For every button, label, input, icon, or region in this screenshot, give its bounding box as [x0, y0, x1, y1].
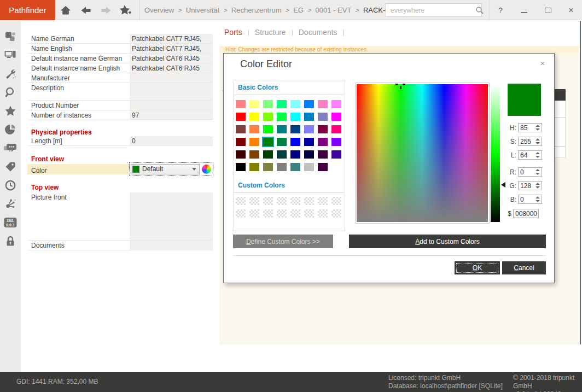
custom-color-slot[interactable]: [290, 209, 300, 218]
basic-color-swatch[interactable]: [277, 125, 287, 133]
search-nav-icon[interactable]: [0, 83, 21, 102]
custom-color-slot[interactable]: [304, 197, 314, 205]
cancel-button[interactable]: Cancel: [502, 261, 546, 274]
basic-color-swatch[interactable]: [304, 150, 314, 159]
ip-addresses-icon[interactable]: 192.0.0.1: [0, 213, 21, 232]
basic-color-swatch[interactable]: [331, 100, 341, 108]
field-value[interactable]: Patchkabel CAT7 RJ45, grün: [130, 44, 213, 53]
add-to-custom-colors-button[interactable]: Add to Custom Colors: [349, 235, 546, 248]
home-icon[interactable]: [58, 3, 73, 17]
color-wheel-icon[interactable]: [202, 165, 211, 174]
basic-color-swatch[interactable]: [236, 150, 246, 159]
color-row[interactable]: Color Default: [27, 163, 213, 175]
basic-color-swatch[interactable]: [318, 125, 328, 133]
network-icon[interactable]: [0, 195, 21, 213]
basic-color-swatch[interactable]: [236, 125, 246, 133]
basic-color-swatch[interactable]: [236, 113, 246, 121]
basic-color-swatch[interactable]: [277, 113, 287, 121]
basic-color-swatch[interactable]: [236, 163, 246, 171]
basic-color-swatch[interactable]: [304, 163, 314, 171]
back-arrow-icon[interactable]: [78, 3, 94, 17]
basic-color-swatch[interactable]: [277, 163, 287, 171]
hex-input[interactable]: 008000: [513, 209, 539, 218]
form-row[interactable]: Picture front: [27, 192, 213, 241]
basic-color-swatch[interactable]: [249, 150, 259, 159]
tools-icon[interactable]: [0, 65, 21, 83]
breadcrumb-item[interactable]: EG: [293, 6, 304, 14]
topology-icon[interactable]: [0, 27, 21, 46]
spin-down-icon[interactable]: [536, 128, 540, 131]
basic-color-swatch[interactable]: [331, 163, 341, 171]
custom-color-slot[interactable]: [263, 197, 273, 205]
form-row[interactable]: Name GermanPatchkabel CAT7 RJ45, grün: [27, 34, 213, 44]
saturation-spinbox[interactable]: 255: [518, 137, 542, 146]
custom-color-slot[interactable]: [304, 209, 314, 218]
search-icon[interactable]: [475, 6, 487, 15]
form-row[interactable]: Number of instances97: [27, 110, 213, 120]
color-dropdown[interactable]: Default: [131, 164, 200, 174]
spin-down-icon[interactable]: [536, 200, 540, 202]
custom-color-slot[interactable]: [249, 209, 259, 218]
field-value[interactable]: [130, 83, 213, 100]
basic-color-swatch[interactable]: [236, 100, 246, 108]
hue-saturation-picker[interactable]: [355, 83, 490, 224]
search-input[interactable]: [386, 7, 475, 14]
spin-down-icon[interactable]: [536, 173, 540, 175]
field-value[interactable]: 0: [130, 136, 213, 145]
basic-color-swatch[interactable]: [263, 100, 273, 108]
luminance-spinbox[interactable]: 64: [518, 150, 542, 160]
custom-color-slot[interactable]: [277, 209, 287, 218]
hue-spinbox[interactable]: 85: [518, 123, 542, 132]
custom-color-slot[interactable]: [263, 209, 273, 218]
spin-down-icon[interactable]: [536, 156, 540, 158]
basic-color-swatch[interactable]: [277, 138, 287, 146]
tab-ports[interactable]: Ports: [224, 28, 242, 37]
basic-color-swatch[interactable]: [304, 125, 314, 133]
custom-color-slot[interactable]: [331, 197, 341, 205]
basic-color-swatch[interactable]: [249, 138, 259, 146]
basic-color-swatch[interactable]: [331, 138, 341, 146]
spin-down-icon[interactable]: [536, 142, 540, 144]
security-icon[interactable]: [0, 232, 21, 250]
app-logo[interactable]: Pathfinder: [0, 0, 55, 20]
spin-up-icon[interactable]: [536, 196, 540, 198]
spin-up-icon[interactable]: [536, 125, 540, 127]
tab-documents[interactable]: Documents: [299, 28, 337, 37]
basic-color-swatch[interactable]: [318, 100, 328, 108]
form-row[interactable]: Product Number: [27, 101, 213, 110]
field-value[interactable]: 97: [130, 110, 213, 120]
field-value[interactable]: Patchkabel CAT6 RJ45: [130, 54, 213, 63]
basic-color-swatch[interactable]: [263, 125, 273, 133]
breadcrumb-item[interactable]: Overview: [144, 6, 174, 14]
custom-color-slot[interactable]: [331, 209, 341, 218]
form-row[interactable]: Default instance name GermanPatchkabel C…: [27, 54, 213, 63]
form-row[interactable]: Default instance name EnglishPatchkabel …: [27, 63, 213, 73]
spin-up-icon[interactable]: [536, 152, 540, 154]
form-row[interactable]: Documents: [27, 241, 213, 250]
spin-up-icon[interactable]: [536, 138, 540, 141]
basic-color-swatch[interactable]: [249, 125, 259, 133]
basic-color-swatch[interactable]: [290, 100, 300, 108]
breadcrumb-item[interactable]: 0001 - EVT: [316, 6, 352, 14]
custom-color-slot[interactable]: [277, 197, 287, 205]
help-button[interactable]: ?: [494, 4, 507, 16]
forward-arrow-icon[interactable]: [98, 3, 114, 17]
form-row[interactable]: Name EnglishPatchkabel CAT7 RJ45, grün: [27, 44, 213, 54]
field-value[interactable]: Patchkabel CAT7 RJ45, grün: [130, 34, 213, 43]
breadcrumb-item[interactable]: Universität: [186, 6, 219, 14]
luminance-slider[interactable]: [491, 84, 500, 222]
basic-color-swatch[interactable]: [290, 125, 300, 133]
basic-color-swatch[interactable]: [318, 138, 328, 146]
basic-color-swatch[interactable]: [290, 163, 300, 171]
basic-color-swatch[interactable]: [290, 113, 300, 121]
statistics-icon[interactable]: [0, 120, 21, 139]
form-row[interactable]: Length [m]0: [27, 136, 213, 146]
custom-color-slot[interactable]: [236, 197, 246, 205]
minimize-button[interactable]: [518, 4, 530, 16]
close-button[interactable]: ×: [565, 4, 577, 16]
spin-down-icon[interactable]: [536, 186, 540, 189]
basic-color-swatch[interactable]: [290, 138, 300, 146]
blue-spinbox[interactable]: 0: [518, 195, 542, 204]
maximize-button[interactable]: [542, 4, 554, 16]
field-value[interactable]: Patchkabel CAT6 RJ45: [130, 63, 213, 73]
